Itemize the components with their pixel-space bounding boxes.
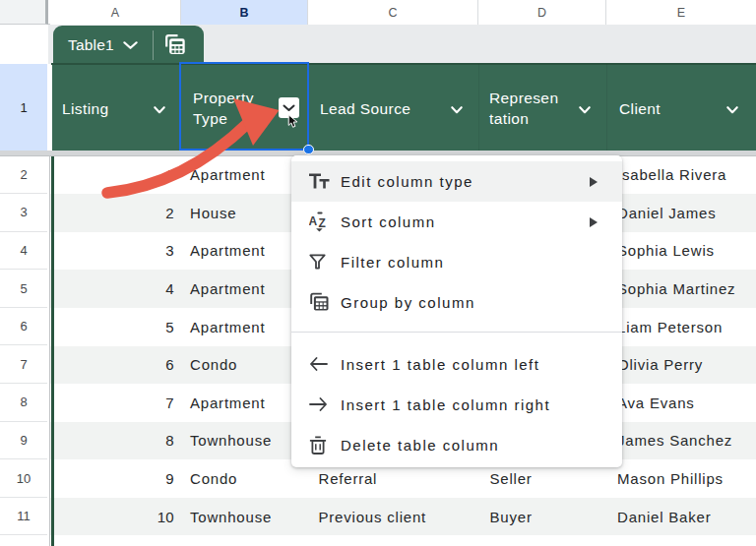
svg-text:Z: Z — [319, 216, 328, 230]
svg-text:A: A — [309, 214, 319, 228]
